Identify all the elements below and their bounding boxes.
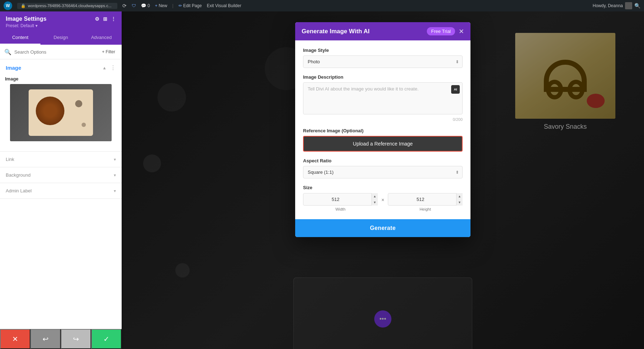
- image-section: Image ▲ ⋮ Image: [0, 59, 122, 152]
- height-up-spinner[interactable]: ▲: [457, 193, 463, 200]
- undo-button[interactable]: ↩: [30, 329, 61, 349]
- aspect-ratio-label: Aspect Ratio: [303, 158, 463, 163]
- aspect-ratio-select-wrapper: Square (1:1) Landscape (16:9) Portrait (…: [303, 166, 463, 178]
- image-style-field: Image Style Photo Illustration Painting …: [303, 48, 463, 68]
- redo-button[interactable]: ↪: [61, 329, 91, 349]
- generate-button[interactable]: Generate: [295, 219, 470, 237]
- preset-label[interactable]: Preset: Default: [6, 23, 116, 28]
- wp-logo[interactable]: W: [4, 1, 12, 10]
- image-section-title: Image: [6, 65, 21, 71]
- url-bar: 🔒 wordpress-784896-3766464.cloudwaysapps…: [17, 3, 117, 9]
- cancel-button[interactable]: ✕: [0, 329, 30, 349]
- admin-bar-icons: ⟳ 🛡 💬 0 + New | ✏ Edit Page Exit Visual …: [122, 3, 241, 9]
- sidebar-content: Image ▲ ⋮ Image: [0, 59, 122, 334]
- sidebar-title: Image Settings ⚙ ⊞ ⋮: [6, 16, 116, 22]
- left-sidebar: Image Settings ⚙ ⊞ ⋮ Preset: Default Con…: [0, 11, 122, 349]
- save-button[interactable]: ✓: [91, 329, 122, 349]
- image-style-select-wrapper: Photo Illustration Painting Sketch Digit…: [303, 55, 463, 68]
- image-collapse-icon[interactable]: ▲: [102, 65, 107, 70]
- size-inputs: 512 ▲ ▼ Width ×: [303, 193, 463, 211]
- link-section-header[interactable]: Link ▾: [0, 152, 122, 167]
- background-section-title: Background: [6, 172, 30, 178]
- size-label: Size: [303, 185, 463, 190]
- sidebar-header-icons: ⚙ ⊞ ⋮: [95, 16, 116, 22]
- image-preview[interactable]: [10, 84, 112, 141]
- link-section-title: Link: [6, 157, 14, 162]
- sidebar-header: Image Settings ⚙ ⊞ ⋮ Preset: Default: [0, 11, 122, 31]
- image-description-field: Image Description AI 0/200: [303, 74, 463, 122]
- background-section-header[interactable]: Background ▾: [0, 167, 122, 183]
- width-up-spinner[interactable]: ▲: [372, 193, 378, 200]
- image-preview-inner: [10, 84, 112, 141]
- wp-admin-bar: W 🔒 wordpress-784896-3766464.cloudwaysap…: [0, 0, 644, 11]
- aspect-ratio-select[interactable]: Square (1:1) Landscape (16:9) Portrait (…: [303, 166, 463, 178]
- link-section: Link ▾: [0, 152, 122, 167]
- admin-label-section-header[interactable]: Admin Label ▾: [0, 183, 122, 198]
- width-down-spinner[interactable]: ▼: [372, 200, 378, 206]
- width-label: Width: [335, 207, 345, 211]
- link-collapse-icon[interactable]: ▾: [114, 157, 116, 162]
- height-down-spinner[interactable]: ▼: [457, 200, 463, 206]
- modal-body: Image Style Photo Illustration Painting …: [295, 40, 470, 219]
- image-more-icon[interactable]: ⋮: [110, 64, 116, 71]
- image-style-label: Image Style: [303, 48, 463, 53]
- height-input[interactable]: 512: [388, 193, 463, 206]
- tab-advanced[interactable]: Advanced: [81, 31, 122, 45]
- image-description-wrapper: AI: [303, 82, 463, 116]
- height-spinners: ▲ ▼: [456, 193, 463, 206]
- width-spinners: ▲ ▼: [371, 193, 378, 206]
- search-input[interactable]: [14, 49, 97, 55]
- image-description-label: Image Description: [303, 74, 463, 80]
- user-avatar: [625, 2, 632, 9]
- aspect-ratio-field: Aspect Ratio Square (1:1) Landscape (16:…: [303, 158, 463, 178]
- image-subsection-label: Image: [5, 76, 117, 82]
- free-trial-badge[interactable]: Free Trial: [427, 27, 455, 35]
- background-collapse-icon[interactable]: ▾: [114, 173, 116, 178]
- reference-image-field: Reference Image (Optional) Upload a Refe…: [303, 128, 463, 152]
- reference-image-label: Reference Image (Optional): [303, 128, 463, 133]
- height-input-wrap: 512 ▲ ▼: [388, 193, 463, 206]
- modal-close-button[interactable]: ✕: [459, 28, 464, 35]
- modal-header-right: Free Trial ✕: [427, 27, 464, 35]
- howdy-section: Howdy, Deanna 🔍: [593, 2, 641, 9]
- more-icon[interactable]: ⋮: [111, 16, 116, 22]
- generate-image-modal: Generate Image With AI Free Trial ✕ Imag…: [295, 22, 470, 237]
- tab-design[interactable]: Design: [40, 31, 81, 45]
- modal-footer: Generate: [295, 219, 470, 237]
- refresh-icon[interactable]: ⟳: [122, 3, 127, 9]
- modal-title: Generate Image With AI: [302, 28, 370, 35]
- width-group: 512 ▲ ▼ Width: [303, 193, 378, 211]
- filter-button[interactable]: + Filter: [100, 48, 117, 55]
- ai-icon-badge: AI: [451, 85, 460, 94]
- sidebar-tabs: Content Design Advanced: [0, 31, 122, 45]
- search-icon[interactable]: 🔍: [634, 3, 640, 9]
- modal-header: Generate Image With AI Free Trial ✕: [295, 22, 470, 40]
- search-icon: 🔍: [4, 49, 11, 55]
- admin-label-collapse-icon[interactable]: ▾: [114, 188, 116, 193]
- background-section: Background ▾: [0, 167, 122, 183]
- columns-icon[interactable]: ⊞: [103, 16, 107, 22]
- main-content: DIVI BAKERY Savory Snacks ••: [122, 11, 644, 349]
- modal-overlay: Generate Image With AI Free Trial ✕ Imag…: [122, 11, 644, 349]
- comment-count[interactable]: 💬 0: [141, 3, 150, 8]
- tab-content[interactable]: Content: [0, 31, 40, 45]
- new-item[interactable]: + New: [155, 3, 167, 8]
- shield-icon: 🛡: [132, 3, 136, 8]
- image-style-select[interactable]: Photo Illustration Painting Sketch Digit…: [303, 55, 463, 68]
- sidebar-search-bar: 🔍 + Filter: [0, 45, 122, 59]
- width-input[interactable]: 512: [303, 193, 378, 206]
- admin-label-section: Admin Label ▾: [0, 183, 122, 199]
- size-field: Size 512 ▲ ▼ Width: [303, 185, 463, 211]
- width-input-wrap: 512 ▲ ▼: [303, 193, 378, 206]
- cross-icon: ×: [381, 197, 384, 203]
- exit-builder-link[interactable]: Exit Visual Builder: [207, 3, 241, 8]
- settings-icon[interactable]: ⚙: [95, 16, 99, 22]
- upload-reference-button[interactable]: Upload a Reference Image: [303, 136, 463, 152]
- height-group: 512 ▲ ▼ Height: [388, 193, 463, 211]
- char-count: 0/200: [303, 117, 463, 122]
- height-label: Height: [420, 207, 431, 211]
- image-section-header[interactable]: Image ▲ ⋮: [0, 59, 122, 76]
- edit-page-link[interactable]: ✏ Edit Page: [179, 3, 202, 8]
- image-description-textarea[interactable]: [303, 82, 463, 114]
- bottom-action-bar: ✕ ↩ ↪ ✓: [0, 329, 122, 349]
